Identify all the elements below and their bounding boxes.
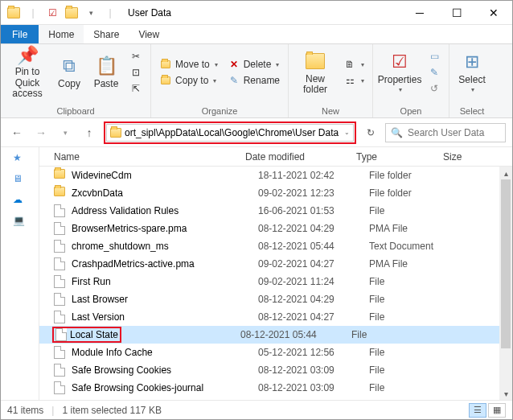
file-icon xyxy=(54,275,67,288)
home-tab[interactable]: Home xyxy=(39,25,84,43)
file-list-pane: Name Date modified Type Size WidevineCdm… xyxy=(39,147,512,400)
file-row[interactable]: First Run09-02-2021 11:24File xyxy=(39,273,512,290)
onedrive-icon[interactable]: ☁ xyxy=(13,194,27,208)
file-menu[interactable]: File xyxy=(1,25,39,43)
paste-shortcut-button[interactable]: ⇱ xyxy=(126,81,146,96)
quick-access-icon[interactable]: ★ xyxy=(13,152,27,167)
pin-quick-access-button[interactable]: 📌Pin to Quick access xyxy=(6,46,49,99)
file-row[interactable]: BrowserMetrics-spare.pma08-12-2021 04:29… xyxy=(39,220,512,237)
file-name: Module Info Cache xyxy=(72,347,258,358)
search-input[interactable] xyxy=(408,127,500,138)
copy-to-button[interactable]: Copy to▾ xyxy=(156,73,221,88)
statusbar: 41 items | 1 item selected 117 KB ☰ ▦ xyxy=(1,400,512,419)
file-name: CrashpadMetrics-active.pma xyxy=(72,258,258,270)
file-row[interactable]: chrome_shutdown_ms08-12-2021 05:44Text D… xyxy=(39,237,512,255)
file-row[interactable]: Address Validation Rules16-06-2021 01:53… xyxy=(39,202,512,220)
file-row[interactable]: CrashpadMetrics-active.pma09-02-2021 04:… xyxy=(39,255,512,273)
file-name: chrome_shutdown_ms xyxy=(72,241,258,252)
cut-button[interactable]: ✂ xyxy=(126,49,146,64)
view-tab[interactable]: View xyxy=(129,25,169,43)
clipboard-label: Clipboard xyxy=(6,105,146,117)
file-icon xyxy=(54,381,67,394)
file-date: 08-12-2021 03:09 xyxy=(258,382,369,393)
file-type: File xyxy=(369,347,456,358)
file-type: Text Document xyxy=(369,241,456,252)
file-row[interactable]: Last Version08-12-2021 04:27File xyxy=(39,308,512,326)
scrollbar[interactable]: ▴ ▾ xyxy=(499,167,512,400)
select-group: ⊞Select▾ Select xyxy=(449,44,495,117)
file-type: File xyxy=(369,311,456,323)
new-folder-button[interactable]: New folder xyxy=(293,46,337,99)
forward-button[interactable]: → xyxy=(31,123,51,142)
search-box[interactable]: 🔍 xyxy=(385,123,506,142)
file-row[interactable]: WidevineCdm18-11-2021 02:42File folder xyxy=(39,167,512,184)
address-folder-icon xyxy=(110,128,121,138)
ribbon: 📌Pin to Quick access ⧉Copy 📋Paste ✂ ⊡ ⇱ … xyxy=(1,44,512,118)
properties-button[interactable]: ☑Properties▾ xyxy=(378,46,421,99)
back-button[interactable]: ← xyxy=(7,123,27,142)
address-dropdown-icon[interactable]: ⌄ xyxy=(344,129,350,136)
refresh-button[interactable]: ↻ xyxy=(361,123,380,142)
col-type[interactable]: Type xyxy=(356,151,443,163)
delete-button[interactable]: ✕Delete▾ xyxy=(224,57,283,72)
qat-dropdown-icon[interactable]: ▾ xyxy=(83,5,99,21)
file-name: ZxcvbnData xyxy=(72,187,258,199)
file-row[interactable]: Safe Browsing Cookies-journal08-12-2021 … xyxy=(39,379,512,397)
file-row[interactable]: Local State08-12-2021 05:44File xyxy=(39,326,512,344)
this-pc-icon[interactable]: 💻 xyxy=(13,215,27,229)
new-item-button[interactable]: 🗎▾ xyxy=(340,57,367,72)
highlighted-file: Local State xyxy=(52,327,121,343)
file-row[interactable]: ZxcvbnData09-02-2021 12:23File folder xyxy=(39,184,512,202)
file-row[interactable]: Module Info Cache05-12-2021 12:56File xyxy=(39,344,512,361)
menubar: File Home Share View xyxy=(1,25,512,44)
recent-dropdown[interactable]: ▾ xyxy=(55,123,75,142)
copyto-icon xyxy=(159,74,172,87)
scroll-up-button[interactable]: ▴ xyxy=(499,167,512,179)
icons-view-button[interactable]: ▦ xyxy=(488,403,506,418)
address-bar[interactable]: ort_sipl\AppData\Local\Google\Chrome\Use… xyxy=(106,124,354,142)
qat-divider: | xyxy=(102,5,118,21)
content-area: ★ 🖥 ☁ 💻 Name Date modified Type Size Wid… xyxy=(1,147,512,400)
file-date: 08-12-2021 03:09 xyxy=(258,364,369,376)
copy-button[interactable]: ⧉Copy xyxy=(52,46,86,99)
col-name[interactable]: Name xyxy=(54,151,245,163)
shortcut-icon: ⇱ xyxy=(129,82,142,95)
clipboard-extra: ✂ ⊡ ⇱ xyxy=(126,46,146,99)
folder-qat-icon[interactable] xyxy=(64,5,80,21)
file-date: 16-06-2021 01:53 xyxy=(258,205,369,216)
column-headers[interactable]: Name Date modified Type Size xyxy=(39,147,512,167)
edit-button[interactable]: ✎ xyxy=(425,65,444,80)
scroll-thumb[interactable] xyxy=(501,179,511,348)
copy-path-icon: ⊡ xyxy=(129,66,142,79)
folder-icon xyxy=(6,5,22,21)
titlebar: | ☑ ▾ | User Data ─ ☐ ✕ xyxy=(1,1,512,25)
history-button[interactable]: ↺ xyxy=(425,81,444,96)
move-to-button[interactable]: Move to▾ xyxy=(156,57,221,72)
address-path[interactable]: ort_sipl\AppData\Local\Google\Chrome\Use… xyxy=(125,127,339,138)
easy-access-button[interactable]: ⚏▾ xyxy=(340,73,367,88)
maximize-button[interactable]: ☐ xyxy=(438,1,475,25)
file-type: File xyxy=(369,276,456,287)
details-view-button[interactable]: ☰ xyxy=(469,403,486,418)
minimize-button[interactable]: ─ xyxy=(401,1,438,25)
open-button[interactable]: ▭ xyxy=(425,49,444,64)
copy-path-button[interactable]: ⊡ xyxy=(126,65,146,80)
up-button[interactable]: ↑ xyxy=(80,123,99,142)
select-button[interactable]: ⊞Select▾ xyxy=(454,46,490,99)
close-button[interactable]: ✕ xyxy=(475,1,512,25)
paste-button[interactable]: 📋Paste xyxy=(89,46,123,99)
scroll-down-button[interactable]: ▾ xyxy=(499,387,512,400)
rename-button[interactable]: ✎Rename xyxy=(224,73,283,88)
address-bar-highlight: ort_sipl\AppData\Local\Google\Chrome\Use… xyxy=(104,121,356,144)
share-tab[interactable]: Share xyxy=(84,25,129,43)
file-row[interactable]: Last Browser08-12-2021 04:29File xyxy=(39,290,512,308)
quick-access-toolbar: | ☑ ▾ | xyxy=(1,5,123,21)
file-icon xyxy=(54,257,67,270)
col-size[interactable]: Size xyxy=(443,151,512,163)
nav-sidebar[interactable]: ★ 🖥 ☁ 💻 xyxy=(1,147,39,400)
file-date: 09-02-2021 12:23 xyxy=(258,187,369,199)
file-row[interactable]: Safe Browsing Cookies08-12-2021 03:09Fil… xyxy=(39,361,512,379)
col-date[interactable]: Date modified xyxy=(245,151,356,163)
desktop-icon[interactable]: 🖥 xyxy=(13,173,27,187)
properties-qat-icon[interactable]: ☑ xyxy=(44,5,60,21)
